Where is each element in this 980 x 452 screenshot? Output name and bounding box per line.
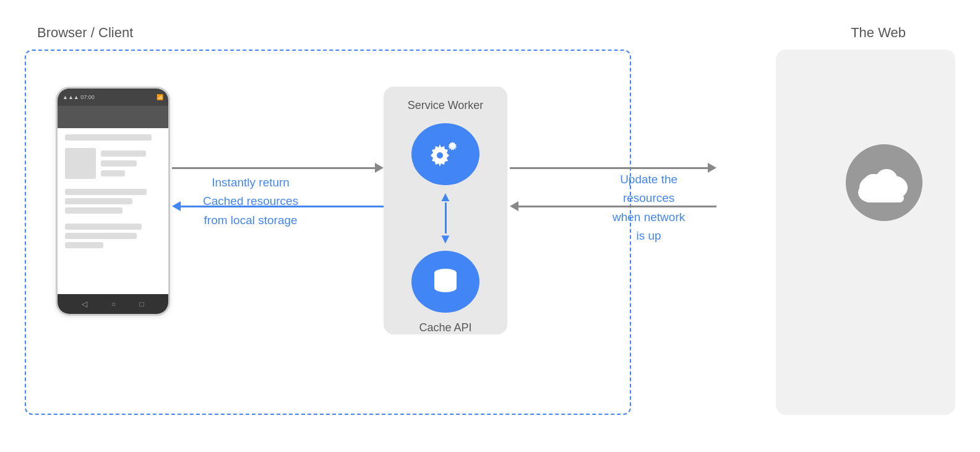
phone-bottom-bar: ◁ ○ □ bbox=[58, 294, 168, 314]
phone-line-b bbox=[101, 160, 137, 167]
diagram-container: Browser / Client The Web ▲▲▲ 07:00 📶 bbox=[0, 0, 980, 452]
cache-api-circle bbox=[411, 251, 479, 313]
phone-group-line4 bbox=[65, 224, 142, 230]
phone-group-line3 bbox=[65, 207, 123, 214]
cached-resources-text: Cached resources bbox=[203, 192, 298, 211]
phone-lines-group bbox=[65, 189, 161, 248]
is-up-text: is up bbox=[612, 227, 685, 245]
cached-resources-label: Instantly return Cached resources from l… bbox=[203, 173, 298, 230]
phone-group-line2 bbox=[65, 198, 132, 204]
gear-icon bbox=[424, 133, 467, 176]
phone-group-line6 bbox=[65, 242, 103, 248]
update-resources-label: Update the resources when network is up bbox=[612, 170, 685, 246]
phone-app-bar bbox=[58, 106, 168, 128]
svg-point-9 bbox=[434, 284, 457, 292]
gear-circle bbox=[411, 123, 479, 185]
service-worker-label: Service Worker bbox=[408, 99, 484, 112]
when-network-text: when network bbox=[612, 208, 685, 227]
update-the-text: Update the bbox=[612, 170, 685, 189]
cloud-icon bbox=[838, 136, 931, 223]
phone-group-line5 bbox=[65, 233, 137, 239]
database-icon bbox=[427, 263, 464, 300]
phone-nav-home: ○ bbox=[111, 300, 116, 308]
phone-block-lines bbox=[101, 148, 161, 179]
svg-rect-15 bbox=[864, 194, 904, 202]
cache-api-label: Cache API bbox=[419, 321, 471, 334]
svg-point-18 bbox=[890, 177, 906, 193]
phone-content bbox=[58, 128, 168, 254]
phone-line-a bbox=[101, 150, 146, 157]
from-local-storage-text: from local storage bbox=[203, 211, 298, 230]
phone-block-square bbox=[65, 148, 96, 179]
instantly-return-text: Instantly return bbox=[203, 173, 298, 192]
phone-content-block1 bbox=[65, 148, 161, 179]
resources-text: resources bbox=[612, 189, 685, 207]
phone-content-line1 bbox=[65, 134, 152, 141]
the-web-box bbox=[776, 50, 955, 415]
phone-nav-back: ◁ bbox=[82, 300, 87, 308]
browser-client-label: Browser / Client bbox=[37, 25, 133, 41]
phone-line-c bbox=[101, 170, 125, 176]
phone-top-bar: ▲▲▲ 07:00 📶 bbox=[58, 89, 168, 106]
vertical-double-arrow: ▲ ▼ bbox=[439, 191, 452, 244]
phone-group-line1 bbox=[65, 189, 147, 195]
svg-point-2 bbox=[437, 152, 443, 159]
arrow-phone-to-sw bbox=[172, 163, 384, 173]
service-worker-box: Service Worker ▲ ▼ bbox=[384, 87, 507, 334]
cloud-container bbox=[838, 136, 931, 223]
phone-mockup: ▲▲▲ 07:00 📶 bbox=[56, 87, 170, 316]
phone-nav-recent: □ bbox=[140, 300, 144, 308]
the-web-label: The Web bbox=[851, 25, 906, 41]
